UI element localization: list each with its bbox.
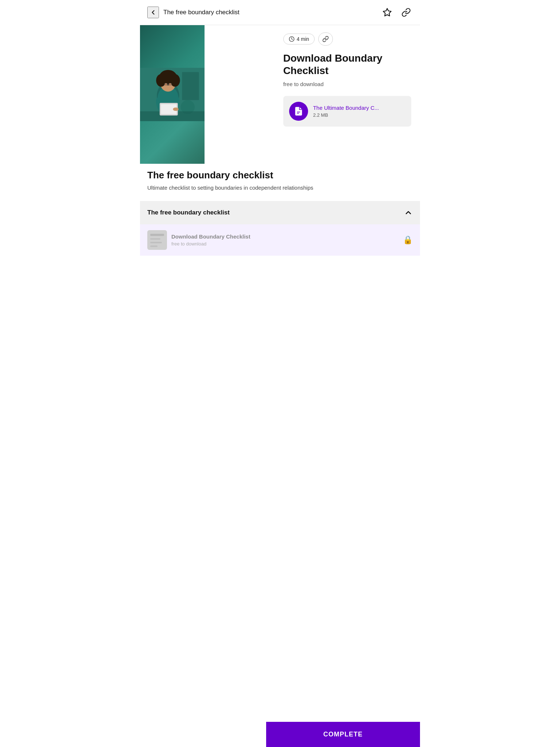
link-icon <box>322 36 329 42</box>
hero-svg <box>140 25 205 164</box>
content-title: Download Boundary Checklist <box>283 52 411 77</box>
link-pill[interactable] <box>318 32 333 46</box>
complete-button[interactable]: COMPLETE <box>266 722 420 747</box>
content-subtitle: free to download <box>283 81 411 87</box>
lock-icon: 🔒 <box>403 235 413 245</box>
svg-marker-0 <box>383 8 391 16</box>
hero-image <box>140 25 205 164</box>
download-file-size: 2.2 MB <box>313 112 405 118</box>
right-column: 4 min Download Boundary Checklist free t… <box>275 25 420 134</box>
back-icon <box>149 9 157 16</box>
accordion-item-info: Download Boundary Checklist free to down… <box>171 233 396 247</box>
svg-rect-28 <box>150 238 160 240</box>
svg-rect-26 <box>147 230 167 250</box>
title-section: The free boundary checklist Ultimate che… <box>140 164 420 198</box>
file-icon <box>293 106 304 116</box>
svg-rect-27 <box>150 234 164 236</box>
clock-icon <box>289 36 295 42</box>
main-subtitle: Ultimate checklist to setting boundaries… <box>147 184 413 192</box>
empty-space <box>140 256 420 329</box>
download-card[interactable]: The Ultimate Boundary C... 2.2 MB <box>283 96 411 127</box>
accordion-item-thumbnail <box>147 230 167 250</box>
accordion-item-title: Download Boundary Checklist <box>171 233 396 240</box>
download-icon-circle <box>289 102 308 121</box>
accordion-item-subtitle: free to download <box>171 241 396 247</box>
header: The free boundary checklist <box>140 0 420 25</box>
share-icon <box>401 8 411 17</box>
accordion-header[interactable]: The free boundary checklist <box>140 201 420 224</box>
chevron-up-icon <box>404 208 413 217</box>
svg-point-22 <box>173 108 178 111</box>
accordion-item[interactable]: Download Boundary Checklist free to down… <box>147 230 413 250</box>
svg-rect-2 <box>182 72 199 100</box>
header-title: The free boundary checklist <box>163 9 240 16</box>
svg-rect-29 <box>150 242 162 243</box>
meta-row: 4 min <box>283 32 411 46</box>
share-button[interactable] <box>400 6 413 19</box>
svg-point-11 <box>160 71 176 81</box>
bookmark-icon <box>382 8 392 17</box>
download-info: The Ultimate Boundary C... 2.2 MB <box>313 105 405 118</box>
back-button[interactable] <box>147 7 159 18</box>
svg-rect-25 <box>297 113 299 114</box>
hero-image-placeholder <box>140 25 205 164</box>
bookmark-button[interactable] <box>381 6 394 19</box>
content-wrapper: 4 min Download Boundary Checklist free t… <box>140 25 420 164</box>
header-left: The free boundary checklist <box>147 7 240 18</box>
duration-pill: 4 min <box>283 34 315 44</box>
complete-button-wrapper: COMPLETE <box>140 722 420 747</box>
accordion-title: The free boundary checklist <box>147 209 230 216</box>
header-actions <box>381 6 413 19</box>
left-column <box>140 25 275 164</box>
svg-rect-30 <box>150 245 158 247</box>
accordion-content: Download Boundary Checklist free to down… <box>140 224 420 256</box>
download-file-name: The Ultimate Boundary C... <box>313 105 405 111</box>
main-title: The free boundary checklist <box>147 170 413 181</box>
svg-rect-24 <box>297 112 300 112</box>
thumbnail-svg <box>147 230 167 250</box>
duration-text: 4 min <box>297 36 309 42</box>
